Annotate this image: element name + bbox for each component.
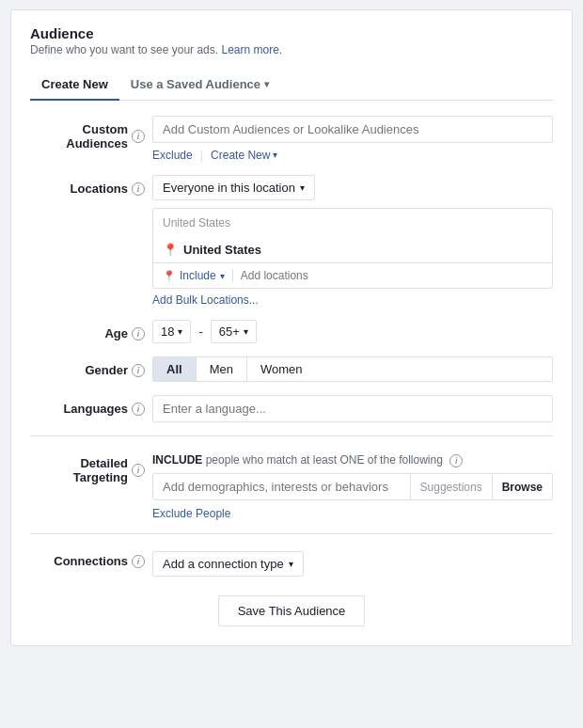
location-item: 📍 United States [153, 237, 552, 262]
card-title: Audience [30, 25, 553, 41]
location-box: United States 📍 United States 📍 Include … [152, 208, 553, 289]
detailed-targeting-row: Detailed Targeting i INCLUDE people who … [30, 450, 553, 520]
age-selectors: 18 ▾ - 65+ ▾ [152, 320, 553, 343]
locations-dropdown-chevron-icon: ▾ [300, 182, 305, 193]
targeting-input-row: Suggestions Browse [152, 473, 553, 500]
create-new-chevron-icon: ▾ [273, 150, 277, 160]
section-divider [30, 435, 553, 436]
age-max-dropdown[interactable]: 65+ ▾ [211, 320, 257, 343]
connections-dropdown[interactable]: Add a connection type ▾ [152, 551, 304, 577]
age-label: Age i [30, 320, 152, 340]
browse-button[interactable]: Browse [493, 475, 552, 499]
create-new-link[interactable]: Create New [211, 149, 270, 162]
audience-form: Custom Audiences i Exclude | Create New … [30, 101, 553, 626]
locations-control: Everyone in this location ▾ United State… [152, 175, 553, 307]
audience-card: Audience Define who you want to see your… [10, 9, 573, 646]
include-pin-icon: 📍 [163, 270, 176, 282]
exclude-link[interactable]: Exclude [152, 149, 193, 162]
connections-control: Add a connection type ▾ [152, 551, 553, 577]
include-chevron-icon: ▾ [220, 271, 225, 281]
include-dropdown[interactable]: 📍 Include ▾ [163, 269, 233, 282]
custom-audiences-info-icon[interactable]: i [132, 130, 145, 143]
save-section: Save This Audience [30, 595, 553, 626]
age-max-chevron-icon: ▾ [244, 326, 248, 337]
languages-control [152, 395, 553, 422]
save-audience-button[interactable]: Save This Audience [218, 595, 366, 626]
gender-control: All Men Women [152, 356, 553, 382]
detailed-targeting-control: INCLUDE people who match at least ONE of… [152, 450, 553, 520]
gender-group: All Men Women [152, 356, 553, 382]
age-info-icon[interactable]: i [132, 327, 145, 340]
age-dash: - [198, 324, 202, 339]
languages-label: Languages i [30, 395, 152, 416]
card-subtitle: Define who you want to see your ads. Lea… [30, 43, 553, 56]
section-divider-2 [30, 533, 553, 534]
age-control: 18 ▾ - 65+ ▾ [152, 320, 553, 343]
card-header: Audience Define who you want to see your… [30, 25, 553, 56]
age-min-chevron-icon: ▾ [178, 326, 182, 337]
exclude-people-link-container: Exclude People [152, 506, 553, 520]
location-header: United States [153, 209, 552, 237]
gender-women-button[interactable]: Women [247, 357, 316, 381]
connections-chevron-icon: ▾ [289, 559, 293, 569]
location-footer: 📍 Include ▾ [153, 262, 552, 288]
age-min-dropdown[interactable]: 18 ▾ [152, 320, 191, 343]
chevron-down-icon: ▾ [264, 79, 269, 89]
tab-bar: Create New Use a Saved Audience ▾ [30, 70, 553, 101]
custom-audiences-links: Exclude | Create New ▾ [152, 148, 553, 162]
link-separator: | [200, 148, 203, 162]
gender-label: Gender i [30, 356, 152, 377]
languages-row: Languages i [30, 395, 553, 422]
bulk-locations-link[interactable]: Add Bulk Locations... [152, 293, 553, 307]
gender-info-icon[interactable]: i [132, 364, 145, 377]
gender-men-button[interactable]: Men [197, 357, 247, 381]
targeting-input[interactable] [153, 474, 410, 499]
learn-more-link[interactable]: Learn more. [221, 43, 282, 56]
custom-audiences-label: Custom Audiences i [30, 116, 152, 150]
locations-label: Locations i [30, 175, 152, 196]
locations-row: Locations i Everyone in this location ▾ … [30, 175, 553, 307]
tab-use-saved[interactable]: Use a Saved Audience ▾ [119, 70, 280, 101]
languages-info-icon[interactable]: i [132, 403, 145, 416]
gender-row: Gender i All Men Women [30, 356, 553, 382]
custom-audiences-control: Exclude | Create New ▾ [152, 116, 553, 162]
age-row: Age i 18 ▾ - 65+ ▾ [30, 320, 553, 343]
add-locations-input[interactable] [241, 269, 543, 282]
detailed-targeting-description: INCLUDE people who match at least ONE of… [152, 453, 553, 467]
detailed-targeting-label: Detailed Targeting i [30, 450, 152, 484]
connections-info-icon[interactable]: i [132, 555, 145, 568]
connections-row: Connections i Add a connection type ▾ [30, 547, 553, 577]
locations-info-icon[interactable]: i [132, 182, 145, 196]
connections-label: Connections i [30, 547, 152, 568]
targeting-actions: Suggestions Browse [410, 474, 552, 499]
custom-audiences-input[interactable] [152, 116, 553, 143]
locations-dropdown[interactable]: Everyone in this location ▾ [152, 175, 315, 200]
gender-all-button[interactable]: All [153, 357, 197, 381]
pin-icon: 📍 [163, 243, 178, 257]
languages-input[interactable] [152, 395, 553, 422]
tab-create-new[interactable]: Create New [30, 70, 119, 101]
detailed-targeting-info-icon[interactable]: i [132, 464, 145, 477]
detailed-targeting-desc-info-icon[interactable]: i [449, 454, 463, 467]
suggestions-button[interactable]: Suggestions [411, 475, 493, 499]
exclude-people-link[interactable]: Exclude People [152, 507, 230, 520]
custom-audiences-row: Custom Audiences i Exclude | Create New … [30, 116, 553, 162]
create-new-link-group[interactable]: Create New ▾ [211, 149, 277, 162]
